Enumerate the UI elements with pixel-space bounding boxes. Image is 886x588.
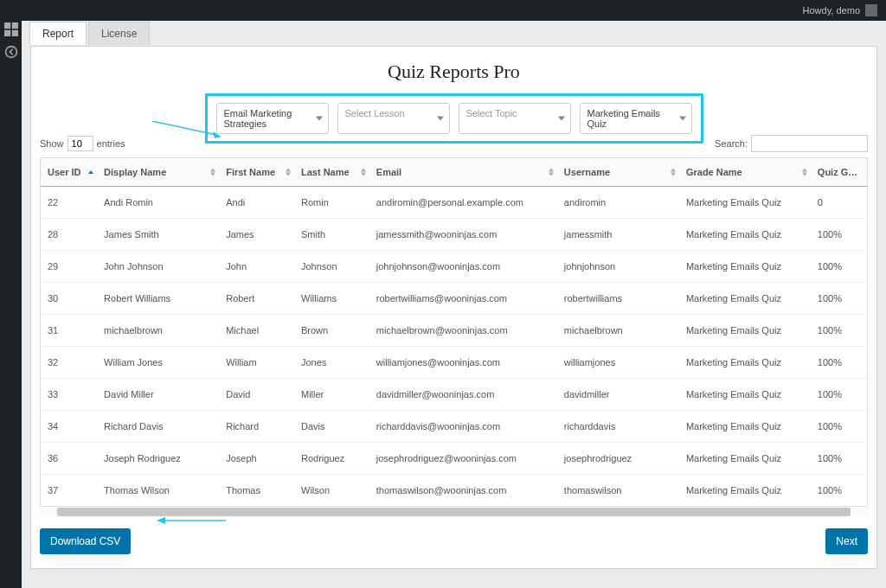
chevron-down-icon xyxy=(316,117,323,121)
cell-display-name: John Johnson xyxy=(97,251,219,283)
lesson-select-placeholder: Select Lesson xyxy=(345,108,405,118)
admin-topbar: Howdy, demo xyxy=(0,0,886,21)
cell-user-id: 33 xyxy=(41,379,97,411)
cell-display-name: James Smith xyxy=(97,219,219,251)
cell-grade-name: Marketing Emails Quiz xyxy=(679,411,811,443)
cell-email: richarddavis@wooninjas.com xyxy=(369,411,557,443)
th-quiz-grade-score[interactable]: Quiz Grade Score xyxy=(811,158,867,187)
svg-rect-3 xyxy=(11,30,17,36)
cell-score: 100% xyxy=(811,219,867,251)
quiz-select[interactable]: Marketing Emails Quiz xyxy=(580,103,692,134)
cell-last-name: Wilson xyxy=(294,475,369,507)
cell-username: jamessmith xyxy=(557,219,679,251)
entries-input[interactable] xyxy=(67,136,93,151)
th-display-name[interactable]: Display Name xyxy=(97,158,219,187)
cell-user-id: 36 xyxy=(41,443,97,475)
cell-email: michaelbrown@wooninjas.com xyxy=(369,315,557,347)
th-score-label: Quiz Grade Score xyxy=(818,167,867,177)
cell-first-name: Robert xyxy=(219,283,294,315)
table-row: 37Thomas WilsonThomasWilsonthomaswilson@… xyxy=(41,475,867,507)
table-row: 32William JonesWilliamJoneswilliamjones@… xyxy=(41,347,867,379)
cell-email: johnjohnson@wooninjas.com xyxy=(369,251,557,283)
quiz-select-value: Marketing Emails Quiz xyxy=(587,108,660,129)
cell-last-name: Miller xyxy=(294,379,369,411)
cell-email: josephrodriguez@wooninjas.com xyxy=(369,443,557,475)
cell-grade-name: Marketing Emails Quiz xyxy=(679,475,811,507)
th-username-label: Username xyxy=(564,167,610,177)
cell-email: robertwilliams@wooninjas.com xyxy=(369,283,557,315)
svg-rect-2 xyxy=(4,30,10,36)
cell-first-name: Joseph xyxy=(219,443,294,475)
tab-report[interactable]: Report xyxy=(29,22,87,45)
cell-user-id: 22 xyxy=(41,187,97,219)
next-button[interactable]: Next xyxy=(825,528,868,554)
cell-first-name: Thomas xyxy=(219,475,294,507)
cell-last-name: Smith xyxy=(294,219,369,251)
sort-icon xyxy=(361,169,366,176)
cell-username: josephrodriguez xyxy=(557,443,679,475)
cell-first-name: William xyxy=(219,347,294,379)
table-row: 36Joseph RodriguezJosephRodriguezjosephr… xyxy=(41,443,867,475)
annotation-arrow-bottom-icon xyxy=(157,514,226,527)
cell-score: 100% xyxy=(811,347,867,379)
th-username[interactable]: Username xyxy=(557,158,679,187)
cell-first-name: Andi xyxy=(219,187,294,219)
svg-rect-1 xyxy=(11,22,17,29)
user-avatar-icon[interactable] xyxy=(865,4,877,16)
cell-grade-name: Marketing Emails Quiz xyxy=(679,251,811,283)
cell-grade-name: Marketing Emails Quiz xyxy=(679,283,811,315)
th-grade-name[interactable]: Grade Name xyxy=(679,158,811,187)
th-email[interactable]: Email xyxy=(369,158,557,187)
cell-score: 100% xyxy=(811,283,867,315)
cell-grade-name: Marketing Emails Quiz xyxy=(679,219,811,251)
cell-username: thomaswilson xyxy=(557,475,679,507)
cell-score: 100% xyxy=(811,443,867,475)
cell-display-name: Richard Davis xyxy=(97,411,219,443)
table-row: 31michaelbrownMichaelBrownmichaelbrown@w… xyxy=(41,315,867,347)
cell-first-name: Michael xyxy=(219,315,294,347)
horizontal-scrollbar[interactable] xyxy=(40,508,868,516)
cell-username: michaelbrown xyxy=(557,315,679,347)
cell-username: williamjones xyxy=(557,347,679,379)
tabs: Report License xyxy=(29,21,877,44)
collapse-icon[interactable] xyxy=(4,45,18,59)
cell-display-name: David Miller xyxy=(97,379,219,411)
cell-first-name: David xyxy=(219,379,294,411)
scrollbar-thumb[interactable] xyxy=(57,508,851,516)
table-row: 29John JohnsonJohnJohnsonjohnjohnson@woo… xyxy=(41,251,867,283)
cell-score: 100% xyxy=(811,315,867,347)
topic-select-placeholder: Select Topic xyxy=(466,108,517,118)
download-csv-button[interactable]: Download CSV xyxy=(40,528,131,554)
chevron-down-icon xyxy=(558,117,565,121)
table-row: 30Robert WilliamsRobertWilliamsrobertwil… xyxy=(41,283,867,315)
table-footer: Download CSV Next xyxy=(40,528,868,554)
lesson-select[interactable]: Select Lesson xyxy=(337,103,450,134)
th-first-name[interactable]: First Name xyxy=(219,158,294,187)
cell-username: richarddavis xyxy=(557,411,679,443)
dashboard-icon[interactable] xyxy=(4,22,18,36)
table-row: 34Richard DavisRichardDavisricharddavis@… xyxy=(41,411,867,443)
th-user-id[interactable]: User ID xyxy=(41,158,97,187)
search-control: Search: xyxy=(715,135,868,152)
th-last-name[interactable]: Last Name xyxy=(294,158,369,187)
cell-last-name: Jones xyxy=(294,347,369,379)
search-input[interactable] xyxy=(751,135,868,152)
tab-license[interactable]: License xyxy=(88,22,150,45)
svg-marker-8 xyxy=(157,517,165,524)
content-area: Report License Quiz Reports Pro Email Ma… xyxy=(22,21,886,588)
cell-user-id: 30 xyxy=(41,283,97,315)
cell-grade-name: Marketing Emails Quiz xyxy=(679,443,811,475)
cell-username: robertwilliams xyxy=(557,283,679,315)
cell-last-name: Davis xyxy=(294,411,369,443)
th-email-label: Email xyxy=(376,167,401,177)
course-select[interactable]: Email Marketing Strategies xyxy=(216,103,329,134)
sort-icon xyxy=(802,169,807,176)
sort-icon xyxy=(88,170,93,174)
cell-last-name: Williams xyxy=(294,283,369,315)
table-controls: Show entries Search: xyxy=(40,135,868,152)
cell-username: johnjohnson xyxy=(557,251,679,283)
chevron-down-icon xyxy=(679,117,686,121)
cell-user-id: 32 xyxy=(41,347,97,379)
howdy-text[interactable]: Howdy, demo xyxy=(803,5,860,16)
topic-select[interactable]: Select Topic xyxy=(459,103,571,134)
